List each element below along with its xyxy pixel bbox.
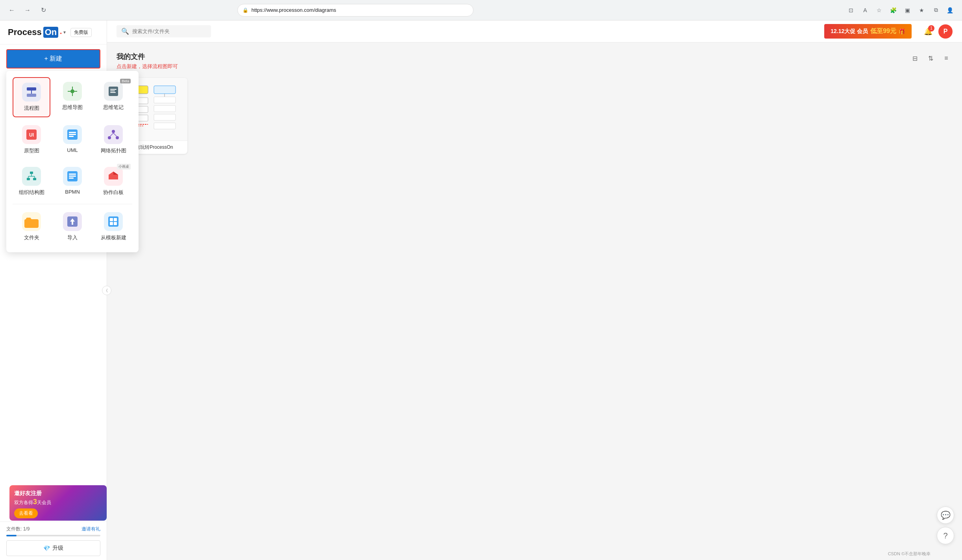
template-label: 从模板新建 <box>101 234 126 241</box>
dropdown-item-whiteboard[interactable]: 小画桌 协作白板 <box>94 162 132 201</box>
filter-button[interactable]: ⊟ <box>908 52 921 65</box>
prototype-icon: UI <box>22 125 41 144</box>
dropdown-item-org[interactable]: 组织结构图 <box>13 162 50 201</box>
back-button[interactable]: ← <box>6 5 17 16</box>
browser-toolbar-right: ⊡ A ☆ 🧩 ▣ ★ ⧉ 👤 <box>845 5 956 16</box>
svg-rect-25 <box>33 178 36 180</box>
dropdown-item-network[interactable]: 网络拓扑图 <box>94 120 132 159</box>
network-icon <box>104 125 123 144</box>
sidebar-collapse-arrow[interactable]: 〈 <box>102 286 111 295</box>
promo-title: 邀好友注册 <box>14 490 102 497</box>
flowchart-icon <box>22 83 41 102</box>
dropdown-item-flowchart[interactable]: 流程图 <box>13 77 50 117</box>
dropdown-item-import[interactable]: 导入 <box>54 207 91 246</box>
chat-support-button[interactable]: 💬 <box>937 506 954 524</box>
upgrade-button[interactable]: 💎 升级 <box>6 540 100 556</box>
profile-icon[interactable]: ★ <box>916 5 927 16</box>
svg-point-20 <box>116 136 119 139</box>
main-toolbar: 🔍 12.12大促 会员 低至99元 🎁 🔔 1 P <box>107 20 962 43</box>
forward-button[interactable]: → <box>22 5 33 16</box>
promo-header-text: 12.12大促 会员 <box>831 28 868 35</box>
watermark: CSDN ©不念那年晚幸 <box>888 551 931 557</box>
svg-rect-41 <box>110 222 113 225</box>
svg-marker-35 <box>113 172 118 175</box>
svg-line-21 <box>110 133 113 136</box>
sidebar-icon[interactable]: ▣ <box>902 5 913 16</box>
content-header: 我的文件 点击新建，选择流程图即可 ⊟ ⇅ ≡ <box>117 52 953 70</box>
content-area: 我的文件 点击新建，选择流程图即可 ⊟ ⇅ ≡ <box>107 43 962 163</box>
logo[interactable]: ProcessOn● ▾ <box>8 27 66 38</box>
help-button[interactable]: ? <box>937 527 954 544</box>
org-label: 组织结构图 <box>19 189 44 196</box>
menu-button[interactable]: ≡ <box>940 52 953 65</box>
import-icon <box>63 212 82 231</box>
browser-chrome: ← → ↻ 🔒 https://www.processon.com/diagra… <box>0 0 962 20</box>
notification-button[interactable]: 🔔 1 <box>921 24 935 39</box>
promo-header-button[interactable]: 12.12大促 会员 低至99元 🎁 <box>824 24 912 39</box>
diamond-icon: 💎 <box>43 545 50 551</box>
logo-dropdown-icon[interactable]: ▾ <box>63 30 66 35</box>
address-bar[interactable]: 🔒 https://www.processon.com/diagrams <box>237 4 474 17</box>
search-input[interactable] <box>132 28 206 34</box>
promo-banner[interactable]: 邀好友注册 双方各得3天会员 去看看 <box>9 485 107 521</box>
content-title-group: 我的文件 点击新建，选择流程图即可 <box>117 52 178 70</box>
mindmap-label: 思维导图 <box>62 104 83 111</box>
svg-rect-40 <box>114 218 117 221</box>
avatar-button[interactable]: P <box>938 24 953 39</box>
file-count-label: 文件数: 1/9 <box>6 526 30 532</box>
svg-rect-9 <box>110 89 117 90</box>
svg-point-18 <box>112 130 115 133</box>
promo-header-price: 低至99元 <box>870 27 896 35</box>
promo-goto-btn[interactable]: 去看看 <box>14 508 38 518</box>
search-box[interactable]: 🔍 <box>117 25 211 37</box>
notification-badge: 1 <box>928 25 934 31</box>
sort-button[interactable]: ⇅ <box>924 52 937 65</box>
new-button[interactable]: + 新建 <box>6 49 100 68</box>
promo-subtitle: 双方各得3天会员 <box>14 498 102 506</box>
bottom-right-panel: 💬 ? <box>937 506 954 544</box>
invite-link[interactable]: 邀请有礼 <box>81 526 100 532</box>
template-icon <box>104 212 123 231</box>
split-screen-icon[interactable]: ⊡ <box>845 5 857 16</box>
dropdown-grid-2: 文件夹 导入 从模板新建 <box>13 207 132 246</box>
svg-rect-54 <box>154 105 176 112</box>
svg-rect-55 <box>154 114 176 120</box>
dropdown-item-prototype[interactable]: UI 原型图 <box>13 120 50 159</box>
xiahuazuo-badge: 小画桌 <box>117 164 131 170</box>
url-text: https://www.processon.com/diagrams <box>252 7 336 13</box>
extension-icon[interactable]: 🧩 <box>888 5 899 16</box>
dropdown-item-mindmap[interactable]: 思维导图 <box>54 77 91 117</box>
bpmn-icon <box>63 167 82 186</box>
upgrade-label: 升级 <box>52 545 63 552</box>
account-icon[interactable]: 👤 <box>945 5 956 16</box>
mindnote-label: 思维笔记 <box>103 104 124 111</box>
whiteboard-label: 协作白板 <box>103 189 124 196</box>
svg-rect-42 <box>114 222 117 225</box>
dropdown-item-bpmn[interactable]: BPMN <box>54 162 91 201</box>
collections-icon[interactable]: ⧉ <box>931 5 942 16</box>
main-content: 🔍 12.12大促 会员 低至99元 🎁 🔔 1 P 我的文件 <box>107 20 962 560</box>
svg-rect-11 <box>110 92 116 93</box>
whiteboard-icon <box>104 167 123 186</box>
bookmark-icon[interactable]: ☆ <box>874 5 885 16</box>
refresh-button[interactable]: ↻ <box>38 5 49 16</box>
svg-rect-31 <box>69 174 76 175</box>
logo-dot: ● <box>60 31 62 35</box>
dropdown-item-uml[interactable]: UML <box>54 120 91 159</box>
svg-rect-53 <box>154 97 176 103</box>
font-icon[interactable]: A <box>860 5 871 16</box>
app-container: ProcessOn● ▾ 免费版 + 新建 流程图 <box>0 20 962 560</box>
svg-rect-56 <box>154 123 176 129</box>
dropdown-item-folder[interactable]: 文件夹 <box>13 207 50 246</box>
svg-rect-15 <box>69 132 76 133</box>
sidebar-footer: 文件数: 1/9 邀请有礼 💎 升级 <box>0 521 107 560</box>
dropdown-item-mindnote[interactable]: Beta 思维笔记 <box>94 77 132 117</box>
dropdown-item-template[interactable]: 从模板新建 <box>94 207 132 246</box>
svg-point-3 <box>70 89 74 93</box>
free-badge: 免费版 <box>70 28 92 37</box>
header-actions: 🔔 1 P <box>921 24 953 39</box>
beta-badge: Beta <box>120 79 131 83</box>
dropdown-menu: 流程图 思维导图 Beta 思维笔记 <box>6 71 139 252</box>
uml-icon <box>63 125 82 144</box>
mindnote-icon <box>104 82 123 101</box>
